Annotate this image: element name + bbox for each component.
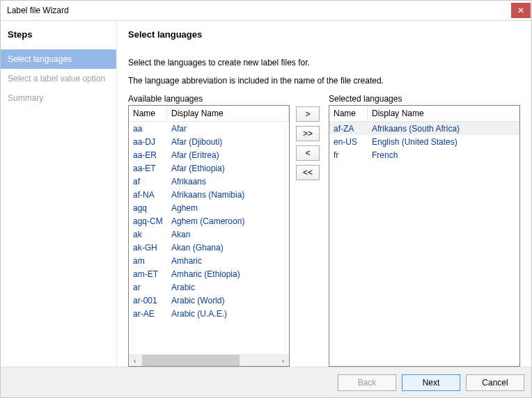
titlebar: Label file Wizard ✕ <box>1 1 531 20</box>
list-item[interactable]: agqAghem <box>129 201 289 214</box>
cell-display: Afar <box>167 124 289 134</box>
cell-display: Akan (Ghana) <box>167 243 289 253</box>
list-item[interactable]: arArabic <box>129 280 289 294</box>
cell-name: ar <box>129 282 167 292</box>
cell-name: af-NA <box>129 190 167 200</box>
list-item[interactable]: ak-GHAkan (Ghana) <box>129 241 289 254</box>
cell-name: af-ZA <box>329 124 368 134</box>
list-item[interactable]: frFrench <box>329 148 519 161</box>
main-panel: Select languages Select the languages to… <box>117 21 531 367</box>
selected-col-display[interactable]: Display Name <box>368 106 519 121</box>
scroll-left-icon[interactable]: ‹ <box>129 355 141 367</box>
cell-name: ar-001 <box>129 296 167 305</box>
list-item[interactable]: agq-CMAghem (Cameroon) <box>129 214 289 228</box>
cell-display: Afar (Djibouti) <box>167 137 289 147</box>
selected-languages-list[interactable]: Name Display Name af-ZAAfrikaans (South … <box>329 105 520 367</box>
cell-display: Afrikaans (Namibia) <box>167 190 289 200</box>
cell-display: Akan <box>167 230 289 239</box>
selected-list-body[interactable]: af-ZAAfrikaans (South Africa)en-USEnglis… <box>329 122 519 366</box>
remove-one-button[interactable]: < <box>296 145 320 161</box>
selected-col-name[interactable]: Name <box>329 106 368 121</box>
list-item[interactable]: af-NAAfrikaans (Namibia) <box>129 188 289 201</box>
cell-display: Arabic (World) <box>167 296 289 305</box>
list-item[interactable]: afAfrikaans <box>129 175 289 188</box>
list-item[interactable]: am-ETAmharic (Ethiopia) <box>129 267 289 280</box>
instruction-line-1: Select the languages to create new label… <box>128 58 520 67</box>
cell-display: Amharic <box>167 256 289 266</box>
cell-name: am-ET <box>129 269 167 279</box>
list-item[interactable]: ar-AEArabic (U.A.E.) <box>129 307 289 320</box>
move-buttons-column: > >> < << <box>296 94 322 367</box>
cell-name: aa-ET <box>129 164 167 173</box>
instruction-line-2: The language abbreviation is included in… <box>128 76 520 86</box>
remove-all-button[interactable]: << <box>296 165 320 180</box>
cell-name: am <box>129 256 167 266</box>
available-list-body[interactable]: aaAfaraa-DJAfar (Djibouti)aa-ERAfar (Eri… <box>129 122 289 354</box>
language-columns: Available languages Name Display Name aa… <box>128 94 520 367</box>
cell-name: agq-CM <box>129 216 167 226</box>
cell-display: Amharic (Ethiopia) <box>167 269 289 279</box>
cell-display: English (United States) <box>368 137 519 147</box>
cell-display: Aghem (Cameroon) <box>167 216 289 226</box>
cell-name: aa-DJ <box>129 137 167 147</box>
step-item-1[interactable]: Select a label value option <box>1 69 116 88</box>
step-item-2[interactable]: Summary <box>1 88 116 108</box>
cell-name: agq <box>129 203 167 213</box>
list-item[interactable]: en-USEnglish (United States) <box>329 135 519 148</box>
available-list-header: Name Display Name <box>129 106 289 122</box>
cell-name: ak-GH <box>129 243 167 253</box>
list-item[interactable]: aa-ETAfar (Ethiopia) <box>129 161 289 175</box>
available-group-label: Available languages <box>128 94 290 104</box>
cell-display: Arabic <box>167 282 289 292</box>
back-button[interactable]: Back <box>338 374 396 391</box>
scroll-right-icon[interactable]: › <box>277 355 289 367</box>
wizard-window: Label file Wizard ✕ Steps Select languag… <box>0 0 532 398</box>
cell-display: Afrikaans (South Africa) <box>368 124 519 134</box>
cell-display: Afar (Eritrea) <box>167 150 289 160</box>
cell-name: aa <box>129 124 167 134</box>
list-item[interactable]: akAkan <box>129 228 289 241</box>
selected-group-label: Selected languages <box>329 94 520 104</box>
close-button[interactable]: ✕ <box>511 3 531 18</box>
cell-name: fr <box>329 150 368 160</box>
cell-name: en-US <box>329 137 368 147</box>
scroll-track[interactable] <box>141 355 277 367</box>
steps-sidebar: Steps Select languagesSelect a label val… <box>1 21 117 367</box>
list-item[interactable]: amAmharic <box>129 254 289 267</box>
wizard-body: Steps Select languagesSelect a label val… <box>1 20 531 367</box>
available-col-display[interactable]: Display Name <box>167 106 289 121</box>
scroll-thumb[interactable] <box>142 355 240 367</box>
list-item[interactable]: aaAfar <box>129 122 289 135</box>
cell-name: af <box>129 177 167 186</box>
next-button[interactable]: Next <box>402 374 460 391</box>
page-title: Select languages <box>128 29 520 40</box>
selected-languages-group: Selected languages Name Display Name af-… <box>329 94 520 367</box>
list-item[interactable]: af-ZAAfrikaans (South Africa) <box>329 122 519 135</box>
list-item[interactable]: aa-DJAfar (Djibouti) <box>129 135 289 148</box>
cell-name: ar-AE <box>129 309 167 319</box>
cell-display: Arabic (U.A.E.) <box>167 309 289 319</box>
cell-name: ak <box>129 230 167 239</box>
window-title: Label file Wizard <box>7 6 69 15</box>
add-all-button[interactable]: >> <box>296 126 320 141</box>
cell-display: Aghem <box>167 203 289 213</box>
steps-header: Steps <box>1 29 116 49</box>
add-one-button[interactable]: > <box>296 106 320 122</box>
step-item-0[interactable]: Select languages <box>1 49 116 69</box>
available-languages-list[interactable]: Name Display Name aaAfaraa-DJAfar (Djibo… <box>128 105 290 367</box>
list-item[interactable]: ar-001Arabic (World) <box>129 294 289 307</box>
cell-display: Afar (Ethiopia) <box>167 164 289 173</box>
cell-display: Afrikaans <box>167 177 289 186</box>
cell-name: aa-ER <box>129 150 167 160</box>
close-icon: ✕ <box>517 6 524 15</box>
list-item[interactable]: aa-ERAfar (Eritrea) <box>129 148 289 161</box>
selected-list-header: Name Display Name <box>329 106 519 122</box>
cancel-button[interactable]: Cancel <box>466 374 524 391</box>
cell-display: French <box>368 150 519 160</box>
wizard-footer: Back Next Cancel <box>1 367 531 397</box>
available-languages-group: Available languages Name Display Name aa… <box>128 94 290 367</box>
available-horizontal-scrollbar[interactable]: ‹ › <box>129 354 289 366</box>
available-col-name[interactable]: Name <box>129 106 167 121</box>
